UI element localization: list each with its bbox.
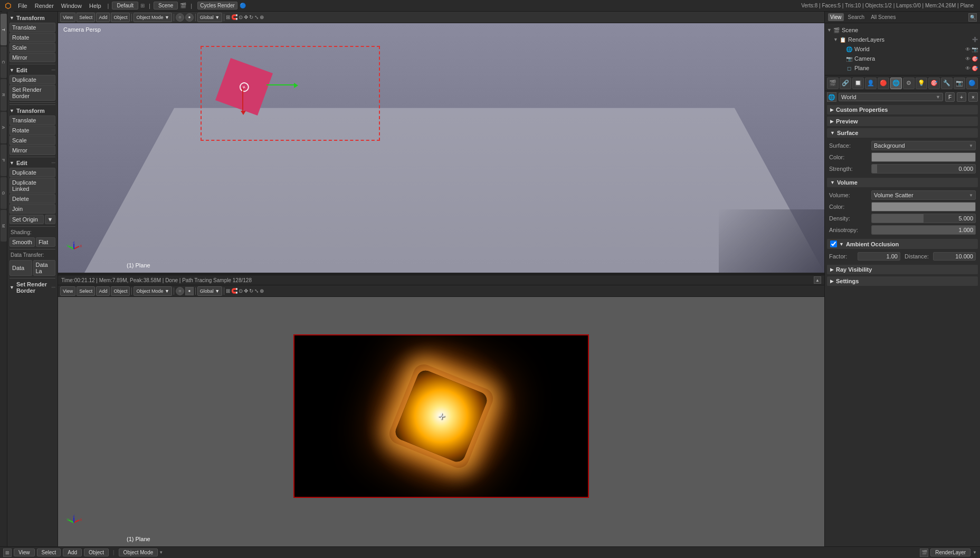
screen-layout[interactable]: Default bbox=[112, 2, 138, 9]
tab-grease[interactable]: G bbox=[1, 177, 7, 209]
tab-tools[interactable]: T bbox=[1, 14, 7, 45]
btn-flat[interactable]: Flat bbox=[36, 237, 55, 247]
menu-file[interactable]: File bbox=[15, 2, 31, 10]
world-name-dropdown[interactable]: World ▼ bbox=[839, 93, 943, 101]
btn-scale[interactable]: Scale bbox=[9, 43, 55, 52]
prop-icon-scene[interactable]: 🔗 bbox=[840, 78, 851, 89]
vp-add-btn[interactable]: Add bbox=[96, 13, 110, 22]
volume-color-swatch[interactable] bbox=[871, 202, 976, 211]
vp-proportional-icon[interactable]: ⊙ bbox=[239, 14, 243, 20]
vp-global-btn[interactable]: Global ▼ bbox=[197, 13, 222, 22]
prop-icon-material[interactable]: ⚙ bbox=[903, 78, 915, 89]
btn-smooth[interactable]: Smooth bbox=[9, 237, 35, 247]
world-cam-icon[interactable]: 📷 bbox=[972, 46, 978, 52]
btn-data-la[interactable]: Data La bbox=[33, 260, 56, 276]
tree-item-renderlayers[interactable]: ▼ 📋 RenderLayers ➕ bbox=[827, 35, 978, 44]
rp-tab-search[interactable]: Search bbox=[846, 13, 867, 21]
bvp-icon7[interactable]: ⊕ bbox=[260, 288, 264, 294]
vp-magnet-icon[interactable]: 🧲 bbox=[231, 14, 237, 20]
bvp-global-btn[interactable]: Global ▼ bbox=[197, 286, 222, 296]
btn-data[interactable]: Data bbox=[9, 260, 32, 276]
plane-eye-icon[interactable]: 👁 bbox=[965, 65, 971, 71]
prop-icon-layer[interactable]: 🔲 bbox=[852, 78, 864, 89]
vp-snap-icon[interactable]: ⊞ bbox=[226, 14, 230, 20]
tree-item-camera[interactable]: 📷 Camera 👁 🎯 bbox=[827, 54, 978, 63]
world-x-btn[interactable]: × bbox=[968, 92, 978, 102]
engine-selector[interactable]: Cycles Render bbox=[197, 2, 237, 9]
bottom-renderlayer-btn[interactable]: RenderLayer bbox=[930, 549, 971, 556]
surface-header[interactable]: ▼ Surface bbox=[827, 128, 978, 138]
scene-selector[interactable]: Scene bbox=[154, 2, 178, 9]
world-new-btn[interactable]: + bbox=[957, 92, 966, 102]
btn-set-render-border-top[interactable]: Set Render Border bbox=[9, 85, 55, 101]
btn-rotate2[interactable]: Rotate bbox=[9, 126, 55, 135]
ao-header[interactable]: ▼ Ambient Occlusion bbox=[827, 239, 978, 249]
renderlayers-add-icon[interactable]: ➕ bbox=[972, 37, 978, 42]
bvp-icon4[interactable]: ✥ bbox=[244, 288, 248, 294]
section-edit-top[interactable]: ▼ Edit ··· bbox=[9, 66, 55, 74]
custom-properties-header[interactable]: ▶ Custom Properties bbox=[827, 105, 978, 114]
btn-mirror2[interactable]: Mirror bbox=[9, 146, 55, 155]
world-eye-icon[interactable]: 👁 bbox=[965, 46, 971, 52]
bvp-icon5[interactable]: ↻ bbox=[249, 288, 253, 294]
btn-duplicate-top[interactable]: Duplicate bbox=[9, 75, 55, 84]
vp-transform-icon[interactable]: ⊕ bbox=[260, 14, 264, 20]
vp-object-btn[interactable]: Object bbox=[111, 13, 130, 22]
volume-anisotropy-value[interactable]: 1.000 bbox=[871, 225, 976, 235]
tab-misc[interactable]: M bbox=[1, 210, 7, 242]
bvp-view-btn[interactable]: View bbox=[60, 286, 75, 296]
surface-color-swatch[interactable] bbox=[871, 152, 976, 162]
ao-factor-value[interactable]: 1.00 bbox=[858, 252, 900, 261]
vp-view-btn[interactable]: View bbox=[60, 13, 75, 22]
volume-density-value[interactable]: 5.000 bbox=[871, 214, 976, 223]
vp-select-btn[interactable]: Select bbox=[77, 13, 95, 22]
prop-icon-data[interactable]: 💡 bbox=[916, 78, 927, 89]
menu-window[interactable]: Window bbox=[58, 2, 85, 10]
bottom-render-icon[interactable]: 🎬 bbox=[920, 549, 928, 557]
ray-visibility-header[interactable]: ▶ Ray Visibility bbox=[827, 265, 978, 274]
bottom-viewport[interactable]: View Select Add Object Object Mode ▼ ○ ●… bbox=[58, 285, 824, 546]
bvp-add-btn[interactable]: Add bbox=[96, 286, 110, 296]
btn-translate[interactable]: Translate bbox=[9, 23, 55, 32]
vp-move-icon[interactable]: ✥ bbox=[244, 14, 248, 20]
surface-type-value[interactable]: Background ▼ bbox=[871, 141, 976, 150]
volume-header[interactable]: ▼ Volume bbox=[827, 178, 978, 187]
prop-icon-render[interactable]: 🎬 bbox=[827, 78, 839, 89]
search-icon[interactable]: 🔍 bbox=[968, 13, 977, 22]
vp-mode-btn[interactable]: Object Mode ▼ bbox=[134, 13, 172, 22]
btn-duplicate-linked[interactable]: Duplicate Linked bbox=[9, 178, 55, 194]
world-icon-btn[interactable]: 🌐 bbox=[827, 92, 836, 102]
bvp-solid-icon[interactable]: ● bbox=[185, 287, 194, 295]
section-transform[interactable]: ▼ Transform bbox=[9, 14, 55, 22]
surface-strength-value[interactable]: 0.000 bbox=[871, 164, 976, 174]
bottom-view-btn[interactable]: View bbox=[14, 549, 35, 556]
prop-icon-modifier[interactable]: 🔵 bbox=[966, 78, 978, 89]
btn-join[interactable]: Join bbox=[9, 204, 55, 214]
bvp-wire-icon[interactable]: ○ bbox=[176, 287, 184, 295]
section-render-border[interactable]: ▼ Set Render Border ··· bbox=[9, 280, 55, 295]
btn-mirror[interactable]: Mirror bbox=[9, 53, 55, 62]
bottom-add-btn[interactable]: Add bbox=[63, 549, 82, 556]
bvp-object-btn[interactable]: Object bbox=[111, 286, 130, 296]
tab-relations[interactable]: R bbox=[1, 79, 7, 111]
bvp-mode-btn[interactable]: Object Mode ▼ bbox=[134, 286, 172, 296]
bvp-icon6[interactable]: ⤡ bbox=[254, 288, 259, 294]
vp-wire-icon[interactable]: ○ bbox=[176, 13, 184, 22]
bottom-object-btn[interactable]: Object bbox=[84, 549, 109, 556]
settings-header[interactable]: ▶ Settings bbox=[827, 276, 978, 286]
bvp-icon3[interactable]: ⊙ bbox=[239, 288, 243, 294]
tab-create[interactable]: C bbox=[1, 46, 7, 78]
tree-item-world[interactable]: 🌐 World 👁 📷 bbox=[827, 44, 978, 54]
tree-item-scene[interactable]: ▼ 🎬 Scene bbox=[827, 25, 978, 35]
section-edit2[interactable]: ▼ Edit ··· bbox=[9, 159, 55, 167]
btn-translate2[interactable]: Translate bbox=[9, 116, 55, 125]
rp-tab-all-scenes[interactable]: All Scenes bbox=[869, 13, 898, 21]
rp-tab-view[interactable]: View bbox=[828, 13, 844, 21]
ao-checkbox[interactable] bbox=[830, 240, 837, 247]
menu-help[interactable]: Help bbox=[86, 2, 104, 10]
prop-icon-camera2[interactable]: 📷 bbox=[954, 78, 965, 89]
preview-header[interactable]: ▶ Preview bbox=[827, 117, 978, 126]
menu-render[interactable]: Render bbox=[32, 2, 57, 10]
camera-eye-icon[interactable]: 👁 bbox=[965, 56, 971, 62]
bottom-select-btn[interactable]: Select bbox=[37, 549, 61, 556]
